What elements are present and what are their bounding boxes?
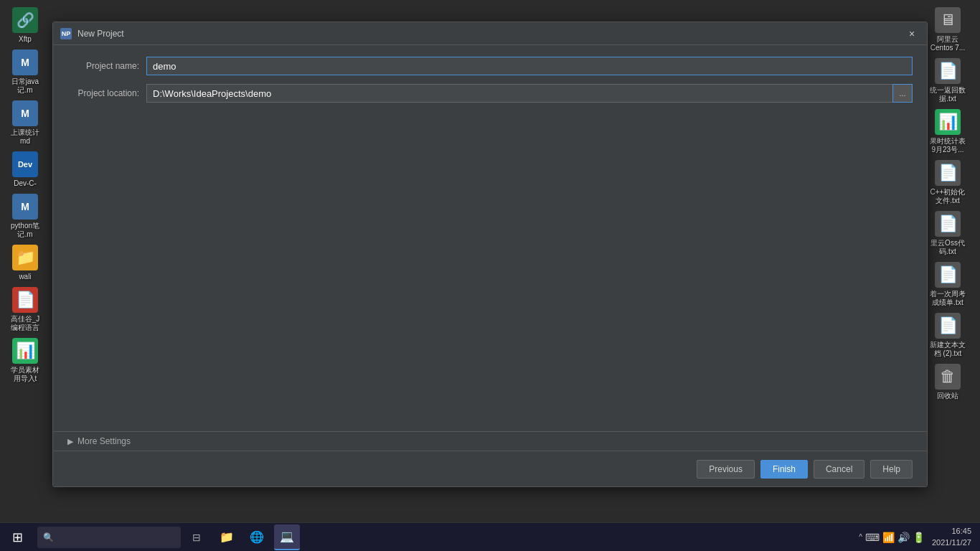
taskbar-tray: ^ ⌨ 📶 🔊 🔋 16:45 2021/11/27 [859,526,980,548]
dialog-title-icon: NP [60,28,72,39]
cancel-button[interactable]: Cancel [814,460,864,479]
tray-battery-icon[interactable]: 🔋 [913,532,925,543]
taskbar-clock[interactable]: 16:45 2021/11/27 [932,526,971,548]
previous-button[interactable]: Previous [697,460,755,479]
taskbar-search[interactable]: 🔍 [37,527,181,548]
close-button[interactable]: × [904,26,920,42]
project-location-group: ... [146,84,913,103]
taskbar-icon-idea[interactable]: 💻 [274,524,300,550]
dialog-backdrop: NP New Project × Project name: Project l… [0,0,980,522]
clock-date: 2021/11/27 [932,537,971,548]
taskbar-icon-browser[interactable]: 🌐 [244,524,270,550]
dialog-form-content: Project name: Project location: ... [53,45,927,123]
project-location-input[interactable] [146,84,892,103]
dialog-footer: Previous Finish Cancel Help [53,451,927,486]
browse-button[interactable]: ... [892,84,913,103]
search-icon: 🔍 [43,532,54,542]
project-location-row: Project location: ... [67,84,913,103]
taskbar-app-icons: 📁 🌐 💻 [214,524,300,550]
taskview-icon[interactable]: ⊟ [184,524,209,550]
tray-icons: ^ ⌨ 📶 🔊 🔋 [859,532,925,543]
explorer-icon: 📁 [220,530,234,544]
start-icon: ⊞ [12,529,23,545]
finish-button[interactable]: Finish [760,460,808,479]
tray-chevron[interactable]: ^ [859,533,862,541]
help-button[interactable]: Help [870,460,913,479]
tray-keyboard-icon[interactable]: ⌨ [865,532,880,543]
project-name-input[interactable] [146,57,913,75]
taskview-symbol: ⊟ [192,532,201,543]
browser-icon: 🌐 [250,530,264,544]
project-name-row: Project name: [67,57,913,75]
more-settings-section[interactable]: ▶ More Settings [53,431,927,451]
more-settings-label: More Settings [77,436,131,446]
new-project-dialog: NP New Project × Project name: Project l… [52,22,928,487]
dialog-titlebar: NP New Project × [53,22,927,45]
more-settings-arrow-icon: ▶ [67,437,73,446]
idea-icon: 💻 [280,529,294,543]
taskbar-icon-explorer[interactable]: 📁 [214,524,240,550]
dialog-main-area [53,123,927,431]
dialog-title-text: New Project [77,29,904,39]
tray-network-icon[interactable]: 📶 [882,532,895,543]
start-button[interactable]: ⊞ [0,523,34,552]
project-name-label: Project name: [67,61,146,71]
tray-volume-icon[interactable]: 🔊 [897,532,910,543]
clock-time: 16:45 [932,526,971,537]
project-location-label: Project location: [67,88,146,98]
taskbar: ⊞ 🔍 ⊟ 📁 🌐 💻 ^ ⌨ 📶 🔊 🔋 16:45 2021/11/27 [0,522,980,551]
